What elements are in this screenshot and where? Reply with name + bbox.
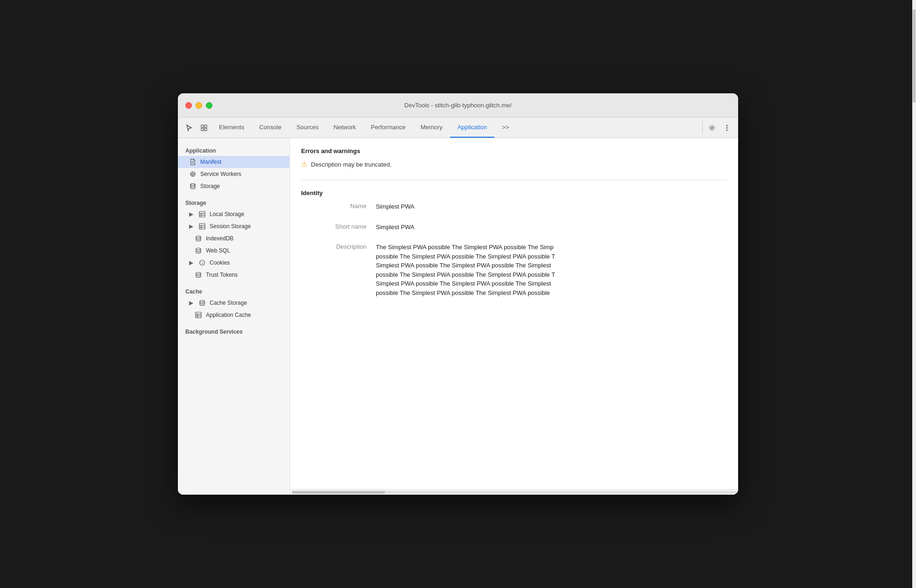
identity-row-name: Name Simplest PWA [301, 202, 727, 211]
minimize-button[interactable] [196, 102, 202, 109]
manifest-label: Manifest [200, 159, 221, 165]
tab-more[interactable]: >> [494, 118, 516, 138]
traffic-lights [178, 102, 212, 109]
inspect-icon-btn[interactable] [197, 118, 211, 138]
svg-point-27 [196, 248, 201, 250]
table-icon-local [198, 210, 206, 218]
main-content: Application Manifest [178, 138, 738, 495]
close-button[interactable] [185, 102, 192, 109]
svg-point-5 [726, 125, 728, 126]
sidebar: Application Manifest [178, 138, 290, 495]
svg-rect-2 [201, 128, 204, 131]
db-icon-indexed [195, 235, 202, 242]
tab-console[interactable]: Console [252, 118, 289, 138]
settings-button[interactable] [705, 118, 719, 138]
tab-divider [702, 121, 703, 134]
spacer-1 [178, 192, 289, 196]
svg-point-33 [200, 301, 204, 302]
name-value: Simplest PWA [376, 202, 727, 211]
sidebar-item-service-workers[interactable]: Service Workers [178, 168, 289, 180]
indexed-db-label: IndexedDB [206, 235, 233, 242]
db-icon-cache [198, 299, 206, 307]
svg-point-11 [192, 173, 194, 175]
identity-row-short-name: Short name Simplest PWA [301, 223, 727, 232]
spacer-2 [178, 281, 289, 285]
storage-icon [189, 182, 197, 190]
sidebar-item-web-sql[interactable]: Web SQL [178, 245, 289, 257]
cookie-icon [198, 259, 206, 266]
table-icon-appcache [195, 311, 202, 319]
identity-row-description: Description The Simplest PWA possible Th… [301, 243, 727, 297]
horizontal-scrollbar[interactable] [290, 489, 738, 495]
svg-point-30 [202, 263, 203, 264]
sidebar-item-session-storage[interactable]: ▶ Session Storage [178, 220, 289, 232]
sidebar-item-cache-storage[interactable]: ▶ Cache Storage [178, 297, 289, 309]
scrollbar-thumb[interactable] [292, 491, 385, 494]
web-sql-label: Web SQL [206, 247, 230, 254]
svg-rect-18 [199, 211, 205, 217]
table-icon-session [198, 223, 206, 230]
arrow-icon-cookies: ▶ [189, 260, 194, 265]
more-menu-button[interactable] [719, 118, 734, 138]
sidebar-item-local-storage[interactable]: ▶ Local Storage [178, 208, 289, 220]
tab-network[interactable]: Network [326, 118, 364, 138]
svg-rect-1 [204, 125, 207, 127]
service-workers-label: Service Workers [200, 171, 241, 177]
short-name-label: Short name [301, 223, 376, 230]
tab-performance[interactable]: Performance [363, 118, 413, 138]
description-label: Description [301, 243, 376, 250]
tab-elements[interactable]: Elements [211, 118, 252, 138]
devtools-window: DevTools - stitch-glib-typhoon.glitch.me… [178, 93, 738, 495]
tabbar: Elements Console Sources Network Perform… [178, 118, 738, 138]
identity-section: Identity Name Simplest PWA Short name Si… [301, 189, 727, 297]
arrow-icon-cache: ▶ [189, 301, 194, 305]
svg-rect-34 [196, 312, 201, 318]
sidebar-item-cookies[interactable]: ▶ Cookies [178, 257, 289, 269]
sidebar-section-storage: Storage [178, 196, 289, 208]
tab-memory[interactable]: Memory [413, 118, 450, 138]
sidebar-item-indexed-db[interactable]: IndexedDB [178, 232, 289, 245]
svg-point-28 [200, 260, 205, 266]
warning-triangle-icon: ⚠ [301, 160, 307, 168]
name-label: Name [301, 202, 376, 210]
identity-heading: Identity [301, 189, 727, 196]
db-icon-websql [195, 247, 202, 254]
tab-sources[interactable]: Sources [289, 118, 326, 138]
content-scroll-area[interactable]: Errors and warnings ⚠ Description may be… [290, 138, 738, 489]
svg-point-17 [190, 184, 195, 186]
fullscreen-button[interactable] [206, 102, 212, 109]
local-storage-label: Local Storage [210, 211, 244, 217]
service-workers-icon [189, 170, 197, 178]
svg-point-6 [726, 127, 728, 128]
sidebar-section-cache: Cache [178, 285, 289, 297]
svg-rect-8 [191, 161, 194, 162]
svg-rect-3 [204, 128, 207, 131]
cursor-icon [185, 124, 193, 132]
inspect-icon [200, 124, 208, 132]
arrow-icon-session: ▶ [189, 224, 194, 229]
cursor-icon-btn[interactable] [182, 118, 197, 138]
section-divider-1 [301, 180, 727, 180]
tab-application[interactable]: Application [450, 118, 495, 138]
warning-text: Description may be truncated. [311, 161, 392, 168]
svg-point-26 [196, 236, 201, 238]
warning-row: ⚠ Description may be truncated. [301, 160, 727, 176]
tab-navigation: Elements Console Sources Network Perform… [182, 118, 700, 138]
app-storage-label: Storage [200, 183, 220, 189]
sidebar-item-storage[interactable]: Storage [178, 180, 289, 192]
scrollbar-track [292, 491, 736, 494]
description-value: The Simplest PWA possible The Simplest P… [376, 243, 727, 297]
trust-tokens-label: Trust Tokens [206, 272, 238, 278]
cache-storage-label: Cache Storage [210, 300, 247, 306]
sidebar-item-app-cache[interactable]: Application Cache [178, 309, 289, 321]
svg-rect-0 [201, 125, 204, 127]
app-cache-label: Application Cache [206, 312, 251, 318]
content-panel: Errors and warnings ⚠ Description may be… [290, 138, 738, 495]
svg-rect-22 [199, 224, 205, 229]
session-storage-label: Session Storage [210, 223, 251, 230]
svg-rect-9 [191, 163, 194, 163]
sidebar-item-manifest[interactable]: Manifest [178, 156, 289, 168]
cookies-label: Cookies [210, 259, 230, 266]
arrow-icon: ▶ [189, 212, 194, 217]
sidebar-item-trust-tokens[interactable]: Trust Tokens [178, 269, 289, 281]
